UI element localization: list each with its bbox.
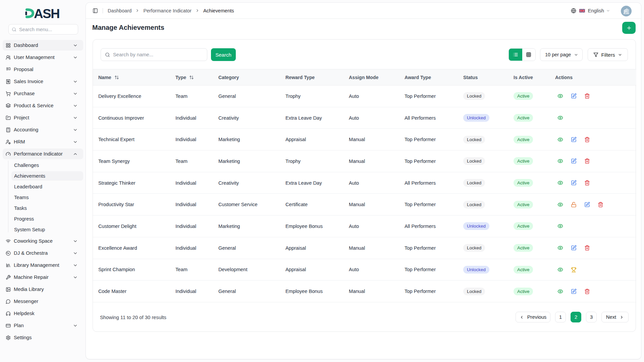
svg-text:ASH: ASH (34, 6, 59, 21)
